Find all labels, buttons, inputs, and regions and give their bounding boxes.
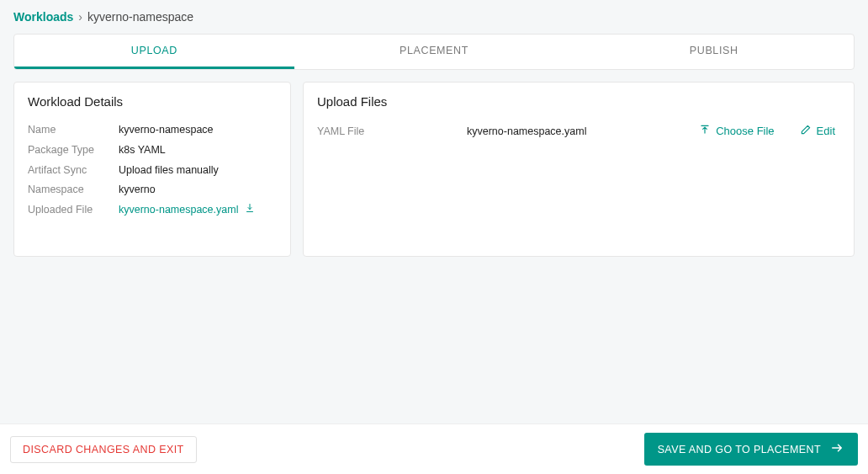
workload-details-card: Workload Details Name kyverno-namespace … (13, 82, 291, 257)
discard-button[interactable]: DISCARD CHANGES AND EXIT (10, 436, 197, 463)
tab-placement[interactable]: PLACEMENT (294, 35, 574, 69)
detail-label: Artifact Sync (28, 161, 119, 181)
breadcrumb-root-link[interactable]: Workloads (13, 10, 73, 24)
download-icon[interactable] (245, 200, 255, 221)
tabs: UPLOAD PLACEMENT PUBLISH (13, 34, 855, 70)
choose-file-button[interactable]: Choose File (694, 120, 779, 141)
detail-row-package: Package Type k8s YAML (28, 141, 277, 161)
upload-value: kyverno-namespace.yaml (467, 125, 679, 137)
detail-value: kyverno (119, 180, 156, 200)
footer-bar: DISCARD CHANGES AND EXIT SAVE AND GO TO … (0, 423, 868, 474)
detail-label: Namespace (28, 180, 119, 200)
pencil-icon (800, 124, 812, 138)
detail-value: Upload files manually (119, 161, 219, 181)
choose-file-label: Choose File (716, 125, 774, 137)
detail-value: kyverno-namespace (119, 120, 214, 141)
edit-button[interactable]: Edit (795, 120, 840, 141)
upload-files-card: Upload Files YAML File kyverno-namespace… (303, 82, 855, 257)
uploaded-file-link[interactable]: kyverno-namespace.yaml (119, 204, 238, 216)
breadcrumb: Workloads › kyverno-namespace (13, 10, 855, 24)
upload-icon (699, 124, 711, 138)
detail-row-artifact: Artifact Sync Upload files manually (28, 161, 277, 181)
arrow-right-icon (829, 440, 844, 458)
upload-files-title: Upload Files (317, 94, 840, 109)
save-and-go-button[interactable]: SAVE AND GO TO PLACEMENT (644, 433, 858, 466)
detail-label: Package Type (28, 141, 119, 161)
tab-upload[interactable]: UPLOAD (14, 35, 294, 69)
detail-label: Uploaded File (28, 200, 119, 221)
tab-publish[interactable]: PUBLISH (574, 35, 854, 69)
upload-label: YAML File (317, 125, 452, 137)
detail-row-name: Name kyverno-namespace (28, 120, 277, 141)
save-button-label: SAVE AND GO TO PLACEMENT (658, 444, 821, 455)
upload-row-yaml: YAML File kyverno-namespace.yaml Choose … (317, 120, 840, 141)
detail-value: k8s YAML (119, 141, 166, 161)
edit-label: Edit (817, 125, 835, 137)
detail-label: Name (28, 120, 119, 141)
breadcrumb-separator: › (78, 10, 82, 24)
detail-row-uploaded-file: Uploaded File kyverno-namespace.yaml (28, 200, 277, 221)
workload-details-title: Workload Details (28, 94, 277, 109)
detail-row-namespace: Namespace kyverno (28, 180, 277, 200)
breadcrumb-current: kyverno-namespace (87, 10, 193, 24)
